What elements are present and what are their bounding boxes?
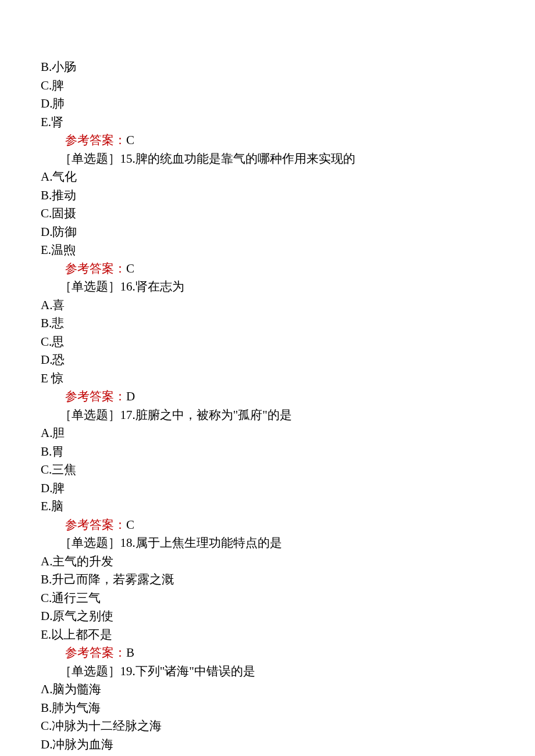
option-line: B.悲 [41, 314, 494, 333]
answer-line: 参考答案：D [41, 388, 494, 406]
option-line: E.温煦 [41, 241, 494, 260]
option-line: E 惊 [41, 370, 494, 388]
option-line: E.脑 [41, 497, 494, 516]
option-line: C.三焦 [41, 461, 494, 479]
answer-label: 参考答案： [65, 646, 126, 660]
option-line: B.推动 [41, 187, 494, 205]
answer-value: C [126, 133, 134, 147]
answer-label: 参考答案： [65, 389, 126, 403]
answer-label: 参考答案： [65, 261, 126, 275]
answer-value: C [126, 261, 134, 275]
answer-line: 参考答案：C [41, 260, 494, 278]
option-line: E.肾 [41, 113, 494, 132]
question-stem: ［单选题］19.下列"诸海"中错误的是 [41, 662, 494, 681]
option-line: C.通行三气 [41, 589, 494, 608]
answer-line: 参考答案：C [41, 131, 494, 150]
option-line: D.脾 [41, 479, 494, 498]
option-line: A.喜 [41, 296, 494, 315]
option-line: B.升己而降，若雾露之溉 [41, 571, 494, 589]
option-line: A.主气的升发 [41, 553, 494, 571]
option-line: B.小肠 [41, 58, 494, 77]
question-stem: ［单选题］18.属于上焦生理功能特点的是 [41, 534, 494, 553]
option-line: B.肺为气海 [41, 699, 494, 718]
answer-line: 参考答案：B [41, 644, 494, 662]
option-line: B.胃 [41, 443, 494, 461]
option-line: E.以上都不是 [41, 626, 494, 644]
answer-label: 参考答案： [65, 133, 126, 147]
option-line: Λ.脑为髓海 [41, 680, 494, 699]
option-line: D.原气之别使 [41, 607, 494, 626]
option-line: A.气化 [41, 168, 494, 187]
option-line: D.防御 [41, 223, 494, 242]
option-line: C.冲脉为十二经脉之海 [41, 717, 494, 736]
option-line: D.冲脉为血海 [41, 736, 494, 754]
answer-value: B [126, 646, 134, 660]
answer-line: 参考答案：C [41, 516, 494, 535]
option-line: C.脾 [41, 77, 494, 95]
option-line: C.固摄 [41, 205, 494, 223]
option-line: A.胆 [41, 424, 494, 443]
question-stem: ［单选题］17.脏腑之中，被称为"孤府"的是 [41, 406, 494, 425]
option-line: D.肺 [41, 95, 494, 113]
question-stem: ［单选题］15.脾的统血功能是靠气的哪种作用来实现的 [41, 150, 494, 169]
answer-label: 参考答案： [65, 518, 126, 532]
question-stem: ［单选题］16.肾在志为 [41, 278, 494, 296]
answer-value: D [126, 389, 135, 403]
option-line: C.思 [41, 333, 494, 352]
option-line: D.恐 [41, 351, 494, 370]
answer-value: C [126, 518, 134, 532]
